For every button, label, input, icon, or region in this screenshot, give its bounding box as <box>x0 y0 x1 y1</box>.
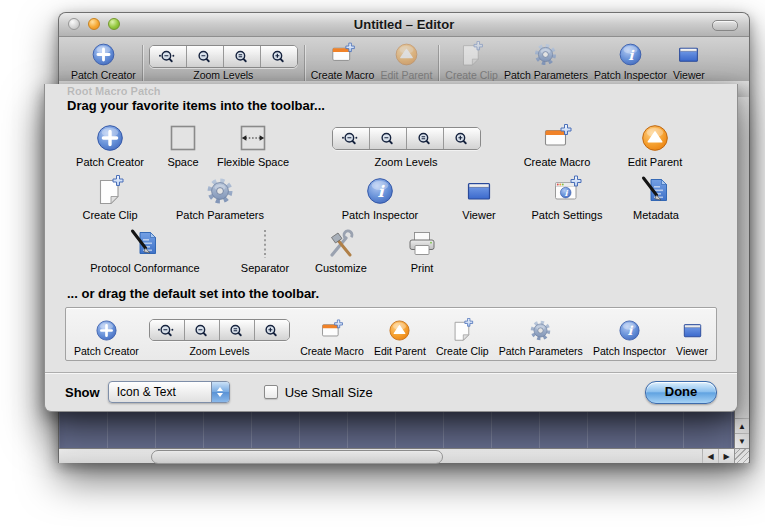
palette-item-customize[interactable]: Customize <box>305 227 377 274</box>
show-label: Show <box>65 385 100 400</box>
default-item-patch-creator[interactable]: Patch Creator <box>74 316 139 357</box>
sheet-heading: Drag your favorite items into the toolba… <box>67 98 737 113</box>
toolbar-item-patch-creator[interactable]: Patch Creator <box>71 41 136 81</box>
default-item-label: Patch Parameters <box>499 345 583 357</box>
scroll-up-button[interactable]: ▲ <box>735 418 749 433</box>
palette-item-label: Patch Settings <box>532 209 603 221</box>
zoom-actual-size-segment[interactable] <box>150 46 186 67</box>
palette-item-patch-settings[interactable]: Patch Settings <box>517 174 617 221</box>
patch-parameters-icon <box>204 175 236 207</box>
default-item-zoom-levels[interactable]: Zoom Levels <box>149 316 290 357</box>
palette-item-create-clip[interactable]: Create Clip <box>65 174 155 221</box>
zoom-out-segment[interactable] <box>184 320 219 340</box>
zoom-actual-size-segment[interactable] <box>333 128 369 149</box>
toolbar-item-patch-inspector[interactable]: Patch Inspector <box>594 41 667 81</box>
toolbar-item-label: Create Macro <box>311 69 375 81</box>
palette-item-label: Metadata <box>633 209 679 221</box>
toolbar-item-label: Viewer <box>673 69 705 81</box>
zoom-levels-segmented-control <box>149 319 290 341</box>
close-button[interactable] <box>68 18 80 30</box>
toolbar-item-patch-parameters[interactable]: Patch Parameters <box>504 41 588 81</box>
zoom-in-segment[interactable] <box>260 46 297 67</box>
viewer-icon <box>680 318 705 343</box>
resize-grip[interactable] <box>734 448 749 463</box>
zoom-levels-segmented-control <box>332 127 481 150</box>
palette-item-separator[interactable]: Separator <box>225 227 305 274</box>
patch-inspector-icon <box>617 41 644 68</box>
default-item-create-macro[interactable]: Create Macro <box>300 316 364 357</box>
palette-item-label: Patch Inspector <box>342 209 418 221</box>
zoom-window-button[interactable] <box>108 18 120 30</box>
default-item-create-clip[interactable]: Create Clip <box>436 316 489 357</box>
default-toolbar-set[interactable]: Patch Creator Zoom Levels Create Macro E… <box>65 307 717 361</box>
scroll-right-button[interactable]: ▶ <box>718 449 734 463</box>
horizontal-scroll-thumb[interactable] <box>151 450 443 464</box>
zoom-actual-size-icon <box>157 324 176 337</box>
scroll-left-button[interactable]: ◀ <box>702 449 718 463</box>
default-set-heading: ... or drag the default set into the too… <box>67 286 737 301</box>
window-title: Untitled – Editor <box>354 17 454 32</box>
toolbar-item-viewer[interactable]: Viewer <box>673 41 705 81</box>
done-button[interactable]: Done <box>645 381 717 404</box>
scroll-down-button[interactable]: ▼ <box>735 433 749 448</box>
zoom-in-segment[interactable] <box>443 128 480 149</box>
zoom-to-fit-segment[interactable] <box>219 320 254 340</box>
toolbar-item-zoom-levels: Zoom Levels <box>149 45 298 81</box>
toolbar-toggle-button[interactable] <box>712 20 738 31</box>
default-item-viewer[interactable]: Viewer <box>676 316 708 357</box>
default-item-patch-inspector[interactable]: Patch Inspector <box>593 316 666 357</box>
create-macro-icon <box>319 318 344 343</box>
toolbar-item-create-macro[interactable]: Create Macro <box>311 41 375 81</box>
sheet-footer: Show Icon & Text Use Small Size Done <box>45 372 737 411</box>
zoom-in-icon <box>262 324 281 337</box>
palette-item-protocol-conformance[interactable]: Protocol Conformance <box>65 227 225 274</box>
palette-item-create-macro[interactable]: Create Macro <box>507 121 607 168</box>
default-item-label: Create Clip <box>436 345 489 357</box>
zoom-to-fit-segment[interactable] <box>406 128 443 149</box>
edit-parent-icon <box>393 41 420 68</box>
palette-item-print[interactable]: Print <box>391 227 453 274</box>
space-icon <box>167 122 199 154</box>
toolbar-item-label: Edit Parent <box>380 69 432 81</box>
default-item-edit-parent[interactable]: Edit Parent <box>374 316 426 357</box>
use-small-size-label: Use Small Size <box>285 385 373 400</box>
palette-item-patch-creator[interactable]: Patch Creator <box>65 121 155 168</box>
patch-creator-icon <box>90 41 117 68</box>
toolbar-item-label: Zoom Levels <box>193 69 253 81</box>
use-small-size-checkbox[interactable] <box>264 385 278 399</box>
minimize-button[interactable] <box>88 18 100 30</box>
viewer-icon <box>675 41 702 68</box>
palette-item-viewer[interactable]: Viewer <box>441 174 517 221</box>
create-clip-icon <box>458 41 485 68</box>
palette-item-label: Create Clip <box>82 209 137 221</box>
palette-item-space[interactable]: Space <box>155 121 211 168</box>
patch-creator-icon <box>94 318 119 343</box>
toolbar-item-label: Patch Creator <box>71 69 136 81</box>
metadata-icon <box>640 175 672 207</box>
zoom-out-segment[interactable] <box>186 46 223 67</box>
zoom-out-segment[interactable] <box>369 128 406 149</box>
palette-item-flexible-space[interactable]: Flexible Space <box>211 121 295 168</box>
default-item-patch-parameters[interactable]: Patch Parameters <box>499 316 583 357</box>
toolbar-item-label: Patch Parameters <box>504 69 588 81</box>
zoom-out-icon <box>195 50 214 63</box>
palette-item-patch-inspector[interactable]: Patch Inspector <box>325 174 435 221</box>
palette-item-label: Viewer <box>462 209 495 221</box>
titlebar[interactable]: Untitled – Editor <box>59 13 749 37</box>
zoom-actual-size-segment[interactable] <box>150 320 184 340</box>
palette-item-metadata[interactable]: Metadata <box>617 174 695 221</box>
horizontal-scrollbar[interactable]: ◀ ▶ <box>59 448 734 463</box>
palette-item-label: Print <box>411 262 434 274</box>
zoom-in-segment[interactable] <box>254 320 289 340</box>
palette-item-patch-parameters[interactable]: Patch Parameters <box>155 174 285 221</box>
zoom-levels-segmented-control <box>149 45 298 68</box>
zoom-in-icon <box>269 50 288 63</box>
palette-item-edit-parent[interactable]: Edit Parent <box>607 121 703 168</box>
default-item-label: Create Macro <box>300 345 364 357</box>
show-mode-popup[interactable]: Icon & Text <box>108 381 230 403</box>
zoom-to-fit-icon <box>232 50 251 63</box>
zoom-to-fit-segment[interactable] <box>223 46 260 67</box>
palette-item-label: Flexible Space <box>217 156 289 168</box>
palette-item-zoom-levels[interactable]: Zoom Levels <box>321 121 491 168</box>
popup-up-arrow-icon <box>217 387 223 391</box>
